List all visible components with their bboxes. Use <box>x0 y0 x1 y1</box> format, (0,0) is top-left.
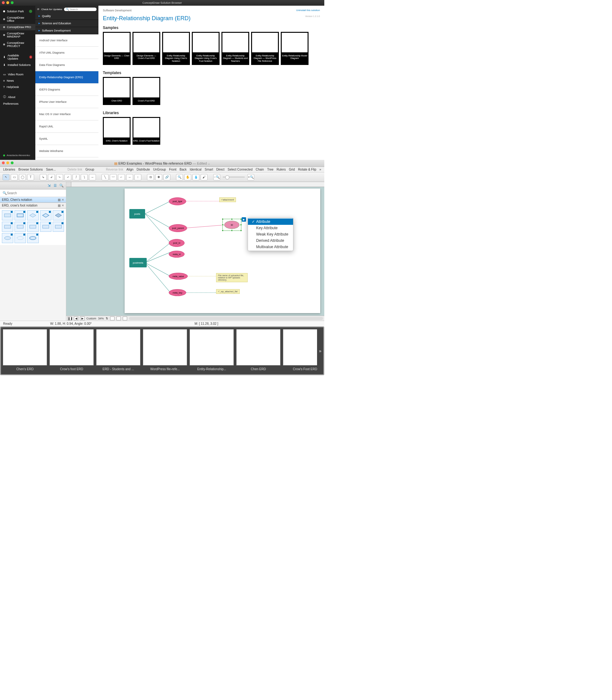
more-icon[interactable]: » <box>319 168 321 171</box>
zoom-mode[interactable]: Custom <box>86 317 96 320</box>
nav-prefs[interactable]: Preferences <box>0 101 35 107</box>
minimize-icon[interactable] <box>6 161 9 164</box>
minimize-icon[interactable] <box>6 1 9 4</box>
menu-browse[interactable]: Browse Solutions <box>18 168 43 171</box>
grid-icon[interactable]: ▦ <box>58 204 60 207</box>
menu-group[interactable]: Group <box>85 168 94 171</box>
connector2-tool-icon[interactable]: ↲ <box>48 174 55 180</box>
cat-head-science[interactable]: ▶Science and Education <box>35 20 98 27</box>
category-item[interactable]: Entity-Relationship Diagram (ERD) <box>35 71 98 84</box>
menu-tree[interactable]: Tree <box>267 168 274 171</box>
text-tool-icon[interactable]: T <box>27 174 34 180</box>
nav-about[interactable]: ⓘAbout <box>0 93 35 101</box>
palette-shape[interactable] <box>2 222 13 232</box>
popup-item[interactable]: Multivalue Attribute <box>248 244 293 250</box>
palette-shape[interactable] <box>53 222 64 232</box>
palette-search[interactable]: 🔍 <box>0 189 66 197</box>
breadcrumb[interactable]: Software Development <box>103 9 131 12</box>
curve-tool-icon[interactable]: 〰 <box>110 174 117 180</box>
menu-direct[interactable]: Direct <box>216 168 224 171</box>
category-item[interactable]: iPhone User Interface <box>35 96 98 108</box>
connector5-tool-icon[interactable]: ⤴ <box>72 174 80 180</box>
cursor-tool-icon[interactable]: ↖ <box>2 174 10 180</box>
menu-smart[interactable]: Smart <box>205 168 213 171</box>
page[interactable]: posts postmeta post_type post_parent pos… <box>125 188 320 313</box>
smart-action-icon[interactable]: ▶ <box>242 217 246 222</box>
gallery-item[interactable]: Crow's foot ERD <box>50 329 94 374</box>
menu-back[interactable]: Back <box>180 168 186 171</box>
pause-icon[interactable]: ❚❚ <box>68 317 72 320</box>
card[interactable]: ERD, Crow's Foot Notation <box>133 117 160 145</box>
attr-meta-value[interactable]: meta_value <box>169 273 188 280</box>
card[interactable]: ERD, Chen's Notation <box>103 117 130 145</box>
reshape-tool-icon[interactable]: ✱ <box>155 174 162 180</box>
category-item[interactable]: IDEF0 Diagrams <box>35 84 98 96</box>
nav-pro[interactable]: ConceptDraw PRO <box>0 24 35 30</box>
attr-post-id[interactable]: post_id <box>169 239 184 247</box>
palette-shape[interactable] <box>40 210 52 220</box>
gallery-item[interactable]: WordPress file-refe... <box>143 329 187 374</box>
gallery-item[interactable]: Entity-Relationship... <box>190 329 234 374</box>
page-tab-2[interactable] <box>116 317 121 320</box>
chevron-down-icon[interactable]: ⌵ <box>208 161 210 165</box>
traffic-lights[interactable] <box>2 1 14 4</box>
gallery-item[interactable]: Chen ERD <box>236 329 280 374</box>
traffic-lights[interactable] <box>2 161 14 164</box>
page-tab-3[interactable] <box>123 317 127 320</box>
close-icon[interactable] <box>2 1 5 4</box>
nav-video[interactable]: ▭Video Room <box>0 71 35 77</box>
palette-shape[interactable] <box>2 233 13 243</box>
nav-news[interactable]: ≡News <box>0 77 35 84</box>
hand-tool-icon[interactable]: ✋ <box>184 174 191 180</box>
gallery-track[interactable]: Chen's ERDCrow's foot ERDERD - Students … <box>1 327 317 374</box>
prev-page-icon[interactable]: ◀ <box>74 317 78 320</box>
link-tool-icon[interactable]: 🔗 <box>163 174 170 180</box>
nav-solution-park[interactable]: Solution Park <box>0 8 35 14</box>
menu-rotate-flip[interactable]: Rotate & Flip <box>298 168 316 171</box>
gallery-item[interactable]: Crow's Foot ERD <box>283 329 317 374</box>
note-filename[interactable]: File name of uploaded file, relative to … <box>216 273 248 282</box>
attr-meta-id[interactable]: meta_id <box>169 251 184 258</box>
menu-grid[interactable]: Grid <box>289 168 295 171</box>
attr-meta-key[interactable]: meta_key <box>169 289 186 296</box>
note-wp-attached[interactable]: ='_wp_attached_file' <box>216 289 240 294</box>
gallery-item[interactable]: ERD - Students and ... <box>96 329 140 374</box>
entity-postmeta[interactable]: postmeta <box>129 258 147 267</box>
menu-identical[interactable]: Identical <box>190 168 201 171</box>
lib-header-crows[interactable]: ERD, crow's foot notation▦✕ <box>0 203 66 209</box>
card[interactable]: Design Elements — Crow's Foot ERD <box>133 32 160 65</box>
gallery-next-icon[interactable]: » <box>317 327 323 374</box>
line-tool-icon[interactable]: ╲ <box>101 174 109 180</box>
note-attachment[interactable]: ='attachment' <box>219 197 236 202</box>
nav-office[interactable]: ConceptDraw Office <box>0 14 35 24</box>
card[interactable]: Crow's Foot ERD <box>133 77 160 105</box>
category-item[interactable]: ATM UML Diagrams <box>35 47 98 59</box>
crop-tool-icon[interactable]: ⧉ <box>147 174 154 180</box>
zoom-slider[interactable] <box>223 176 245 177</box>
zoom-icon[interactable] <box>11 1 14 4</box>
uninstall-link[interactable]: Uninstall this solution <box>296 9 320 12</box>
card[interactable]: Entity-Relationship Diagram Using Crow's… <box>192 32 220 65</box>
card[interactable]: Entity-Relationship Diagram — WordPress … <box>251 32 279 65</box>
close-x-icon[interactable]: ✕ <box>61 204 64 207</box>
lib-header-chen[interactable]: ERD, Chen's notation▦✕ <box>0 197 66 203</box>
palette-shape[interactable] <box>14 222 26 232</box>
connector-tool-icon[interactable]: ↳ <box>40 174 47 180</box>
card[interactable]: Chen ERD <box>103 77 130 105</box>
check-updates-link[interactable]: Check for Updates <box>41 8 62 11</box>
nav-mindmap[interactable]: ConceptDraw MINDMAP <box>0 30 35 40</box>
category-item[interactable]: SysML <box>35 133 98 145</box>
palette-shape[interactable] <box>27 233 39 243</box>
list-icon[interactable]: ☰ <box>53 183 58 188</box>
palette-shape[interactable] <box>2 210 13 220</box>
zoom-out-button[interactable]: −🔍 <box>213 174 220 180</box>
menu-save[interactable]: Save... <box>46 168 56 171</box>
expand-icon[interactable]: ⇲ <box>46 183 52 188</box>
connector7-tool-icon[interactable]: ↔ <box>89 174 96 180</box>
cat-head-software[interactable]: ▶Software Development <box>35 27 98 34</box>
menu-front[interactable]: Front <box>169 168 176 171</box>
search-icon[interactable]: 🔍 <box>59 183 64 188</box>
menu-distribute[interactable]: Distribute <box>137 168 150 171</box>
card[interactable]: Design Elements — Chen ERD <box>103 32 130 65</box>
category-item[interactable]: Website Wireframe <box>35 145 98 157</box>
